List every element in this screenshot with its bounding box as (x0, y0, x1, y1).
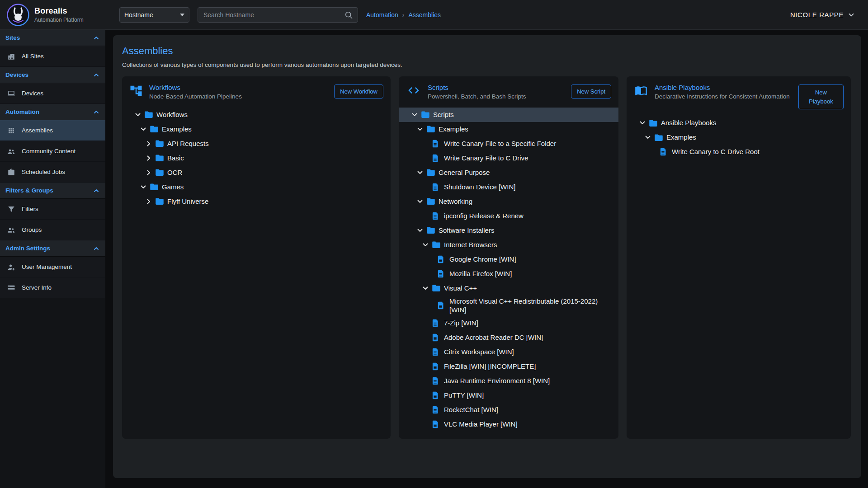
chevron-right-icon[interactable] (145, 198, 155, 205)
tree-folder-internet-browsers[interactable]: Internet Browsers (399, 238, 618, 252)
tree-file-7-zip-win[interactable]: 7-Zip [WIN] (399, 316, 618, 330)
sidebar-section-devices[interactable]: Devices (0, 67, 105, 83)
chevron-down-icon[interactable] (140, 126, 150, 133)
tree-item-label: ipconfig Release & Renew (444, 210, 524, 222)
sidebar-section-automation[interactable]: Automation (0, 104, 105, 120)
sidebar-item-filters[interactable]: Filters (0, 199, 105, 220)
search-input[interactable] (203, 11, 344, 19)
tree-file-shutdown-device-win[interactable]: Shutdown Device [WIN] (399, 180, 618, 194)
tree-file-write-canary-file-to-c-drive[interactable]: Write Canary File to C Drive (399, 151, 618, 165)
sidebar-item-groups[interactable]: Groups (0, 220, 105, 240)
code-icon (406, 84, 421, 97)
chevron-down-icon[interactable] (422, 285, 432, 292)
sidebar-item-devices[interactable]: Devices (0, 83, 105, 104)
new-playbook-button[interactable]: New Playbook (798, 84, 844, 109)
brand-subtitle: Automation Platform (34, 17, 84, 23)
chevron-down-icon[interactable] (416, 169, 426, 176)
chevron-right-icon[interactable] (145, 169, 155, 176)
breadcrumb-automation[interactable]: Automation (366, 11, 398, 19)
chevron-down-icon[interactable] (422, 241, 432, 249)
sidebar-item-assemblies[interactable]: Assemblies (0, 120, 105, 141)
sidebar-item-community-content[interactable]: Community Content (0, 141, 105, 162)
scripts-card: Scripts Powershell, Batch, and Bash Scri… (399, 76, 618, 439)
tree-folder-flyff-universe[interactable]: Flyff Universe (122, 194, 391, 209)
tree-file-microsoft-visual-c-redistributable-2015-2022-win[interactable]: Microsoft Visual C++ Redistributable (20… (399, 296, 618, 316)
tree-file-vlc-media-player-win[interactable]: VLC Media Player [WIN] (399, 417, 618, 432)
tree-item-label: Visual C++ (444, 282, 477, 294)
folder-icon (144, 111, 156, 118)
file-icon (432, 391, 444, 399)
chevron-down-icon[interactable] (416, 227, 426, 234)
folder-icon (426, 197, 439, 205)
chevron-down-icon[interactable] (639, 119, 649, 127)
file-icon (432, 154, 444, 162)
tree-folder-examples[interactable]: Examples (122, 122, 391, 136)
tree-file-google-chrome-win[interactable]: Google Chrome [WIN] (399, 252, 618, 267)
tree-item-label: Examples (666, 131, 696, 143)
sidebar-section-filters-groups[interactable]: Filters & Groups (0, 183, 105, 199)
tree-file-write-canary-to-c-drive-root[interactable]: Write Canary to C Drive Root (627, 145, 851, 159)
new-script-button[interactable]: New Script (571, 84, 611, 99)
tree-item-label: Flyff Universe (167, 196, 208, 207)
tree-folder-general-purpose[interactable]: General Purpose (399, 165, 618, 180)
sidebar-item-label: Assemblies (22, 127, 53, 134)
chevron-down-icon[interactable] (140, 183, 150, 191)
tree-folder-ansible-playbooks[interactable]: Ansible Playbooks (627, 116, 851, 130)
tree-file-mozilla-firefox-win[interactable]: Mozilla Firefox [WIN] (399, 267, 618, 281)
chevron-down-icon (847, 11, 855, 19)
folder-icon (155, 154, 167, 162)
chevron-down-icon[interactable] (411, 111, 421, 118)
chevron-down-icon[interactable] (416, 126, 426, 133)
breadcrumb: Automation › Assemblies (366, 11, 441, 19)
folder-icon (150, 125, 162, 133)
tree-folder-games[interactable]: Games (122, 180, 391, 194)
breadcrumb-assemblies[interactable]: Assemblies (409, 11, 441, 19)
card-subtitle: Declarative Instructions for Consistent … (655, 93, 792, 101)
file-icon (437, 301, 449, 310)
playbooks-tree: Ansible PlaybooksExamplesWrite Canary to… (627, 116, 851, 159)
top-bar: Borealis Automation Platform Hostname Au… (0, 0, 868, 30)
tree-folder-examples[interactable]: Examples (627, 130, 851, 145)
tree-folder-basic[interactable]: Basic (122, 151, 391, 165)
chevron-right-icon[interactable] (145, 140, 155, 147)
tree-folder-workflows[interactable]: Workflows (122, 108, 391, 122)
chevron-down-icon[interactable] (134, 111, 144, 118)
chevron-down-icon[interactable] (644, 134, 654, 141)
scripts-card-header: Scripts Powershell, Batch, and Bash Scri… (399, 76, 618, 108)
chevron-right-icon[interactable] (145, 155, 155, 162)
file-icon (437, 255, 449, 263)
tree-file-java-runtime-environment-8-win[interactable]: Java Runtime Environment 8 [WIN] (399, 374, 618, 388)
section-label: Sites (5, 34, 20, 41)
tree-file-citrix-workspace-win[interactable]: Citrix Workspace [WIN] (399, 345, 618, 359)
tree-file-adobe-acrobat-reader-dc-win[interactable]: Adobe Acrobat Reader DC [WIN] (399, 330, 618, 345)
tree-folder-api-requests[interactable]: API Requests (122, 136, 391, 151)
tree-folder-visual-c[interactable]: Visual C++ (399, 281, 618, 296)
tree-item-label: Software Installers (439, 225, 494, 236)
sidebar-section-admin-settings[interactable]: Admin Settings (0, 240, 105, 257)
user-menu[interactable]: NICOLE RAPPE (790, 11, 855, 19)
tree-file-putty-win[interactable]: PuTTY [WIN] (399, 388, 618, 403)
sidebar-section-sites[interactable]: Sites (0, 30, 105, 46)
tree-folder-ocr[interactable]: OCR (122, 165, 391, 180)
tree-item-label: Examples (439, 123, 468, 135)
tree-folder-networking[interactable]: Networking (399, 194, 618, 209)
tree-folder-scripts[interactable]: Scripts (399, 108, 618, 122)
tree-item-label: Internet Browsers (444, 239, 497, 251)
chevron-down-icon[interactable] (416, 198, 426, 205)
hostname-select[interactable]: Hostname (119, 7, 189, 23)
tree-item-label: Write Canary to C Drive Root (672, 146, 760, 158)
sidebar-item-user-management[interactable]: User Management (0, 257, 105, 277)
sidebar-item-all-sites[interactable]: All Sites (0, 46, 105, 67)
sidebar-item-server-info[interactable]: Server Info (0, 277, 105, 298)
tree-file-filezilla-win-incomplete[interactable]: FileZilla [WIN] [INCOMPLETE] (399, 359, 618, 374)
tree-file-write-canary-file-to-a-specific-folder[interactable]: Write Canary File to a Specific Folder (399, 136, 618, 151)
tree-item-label: Citrix Workspace [WIN] (444, 346, 514, 358)
brand-text: Borealis Automation Platform (34, 6, 84, 23)
sidebar-item-scheduled-jobs[interactable]: Scheduled Jobs (0, 162, 105, 183)
tree-folder-examples[interactable]: Examples (399, 122, 618, 136)
main-area: Assemblies Collections of various types … (105, 30, 868, 488)
tree-file-ipconfig-release-renew[interactable]: ipconfig Release & Renew (399, 209, 618, 223)
tree-file-rocketchat-win[interactable]: RocketChat [WIN] (399, 403, 618, 417)
new-workflow-button[interactable]: New Workflow (334, 84, 383, 99)
tree-folder-software-installers[interactable]: Software Installers (399, 223, 618, 238)
